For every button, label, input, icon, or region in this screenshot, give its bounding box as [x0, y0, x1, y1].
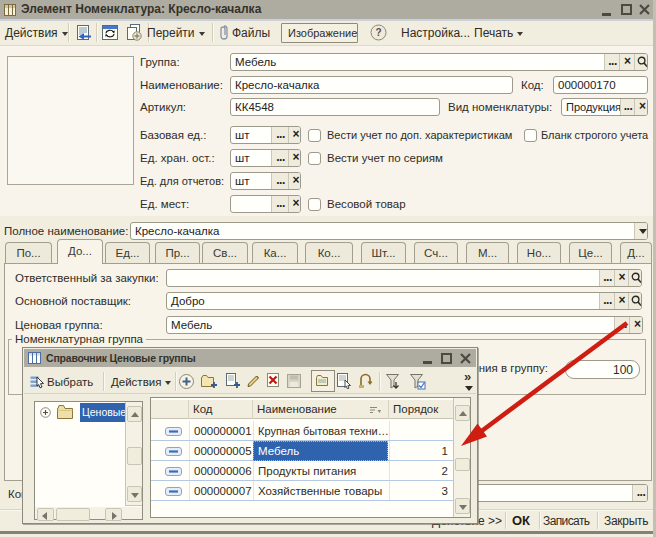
svg-text:?: ? [375, 27, 381, 38]
